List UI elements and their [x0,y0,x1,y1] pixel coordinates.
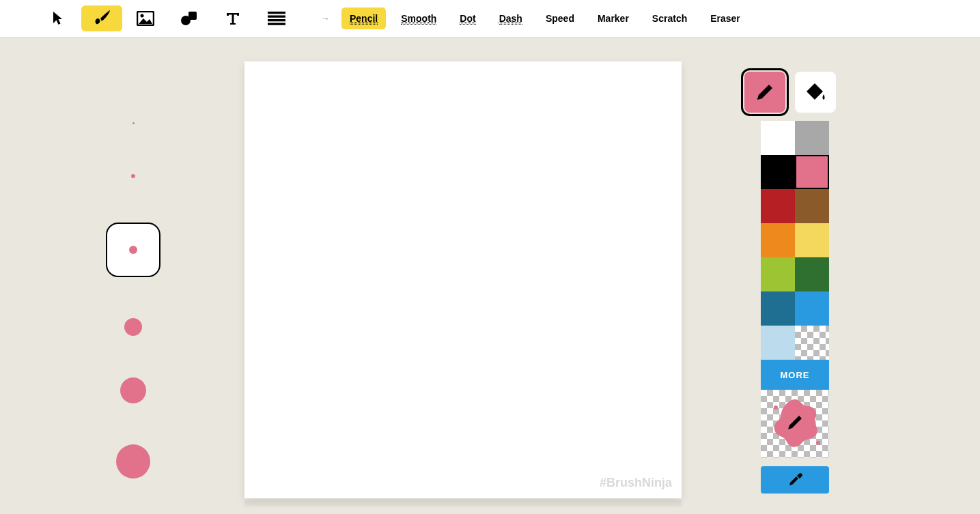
separator-arrow: → [320,13,330,24]
brush-icon [92,10,111,27]
canvas-watermark: #BrushNinja [600,476,672,490]
size-l[interactable] [106,317,160,337]
swatch-orange[interactable] [761,223,795,257]
size-xxl[interactable] [106,444,160,479]
pencil-icon [754,81,776,103]
fill-mode-button[interactable] [795,72,836,113]
swatch-brown[interactable] [795,189,829,223]
brush-smooth[interactable]: Smooth [393,8,445,29]
color-palette: MORE [761,121,829,494]
eyedropper-icon [787,472,803,488]
text-icon [225,11,241,26]
stroke-mode-button[interactable] [744,72,785,113]
size-m[interactable] [106,223,160,277]
swatch-green[interactable] [795,257,829,291]
size-xs[interactable] [106,116,160,130]
svg-rect-5 [268,16,285,18]
swatch-grey[interactable] [795,121,829,155]
size-xl[interactable] [106,377,160,404]
swatch-pink[interactable] [795,155,829,189]
svg-rect-7 [268,23,285,25]
brush-pencil[interactable]: Pencil [341,8,386,29]
brush-tool[interactable] [81,5,122,31]
size-s[interactable] [106,169,160,183]
brush-dash[interactable]: Dash [491,8,531,29]
canvas-shadow [244,500,682,506]
brush-eraser[interactable]: Eraser [702,8,748,29]
swatch-red[interactable] [761,189,795,223]
swatch-transparent[interactable] [795,326,829,360]
brush-marker[interactable]: Marker [589,8,637,29]
swatch-lime[interactable] [761,257,795,291]
lines-icon [268,12,285,25]
swatch-teal[interactable] [761,291,795,326]
cursor-icon [52,11,64,26]
svg-rect-4 [268,12,285,14]
image-icon [137,11,154,26]
cursor-tool[interactable] [38,5,79,31]
brush-dot[interactable]: Dot [451,8,484,29]
brush-scratch[interactable]: Scratch [644,8,695,29]
text-tool[interactable] [212,5,253,31]
svg-point-1 [141,14,144,18]
paint-blob-icon [766,395,824,453]
shape-tool[interactable] [169,5,210,31]
lines-tool[interactable] [256,5,297,31]
bucket-icon [804,82,827,102]
svg-rect-3 [188,12,197,20]
right-panel: MORE [744,72,840,494]
size-picker [106,116,160,479]
svg-point-9 [816,441,820,445]
svg-point-8 [774,405,778,410]
swatch-lightblue[interactable] [761,326,795,360]
image-tool[interactable] [125,5,166,31]
brush-speed[interactable]: Speed [537,8,583,29]
top-toolbar: → Pencil Smooth Dot Dash Speed Marker Sc… [0,0,980,37]
more-colors-button[interactable]: MORE [761,360,829,390]
eyedropper-button[interactable] [761,466,829,494]
swatch-white[interactable] [761,121,795,155]
swatch-black[interactable] [761,155,795,189]
canvas[interactable]: #BrushNinja [244,61,682,498]
swatch-blue[interactable] [795,291,829,326]
shape-icon [181,11,197,26]
svg-rect-6 [268,19,285,21]
custom-color-swatch[interactable] [761,390,829,458]
swatch-yellow[interactable] [795,223,829,257]
